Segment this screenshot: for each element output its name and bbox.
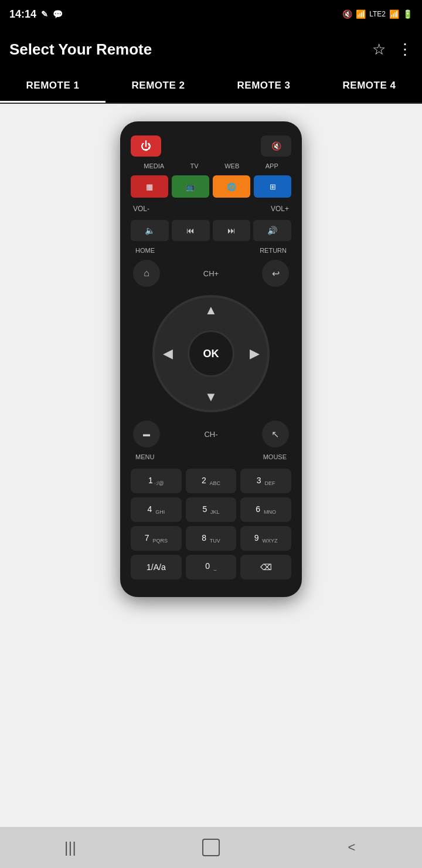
backspace-button[interactable]: ⌫ [240,555,291,579]
tab-remote4[interactable]: REMOTE 4 [316,70,422,103]
num-0-button[interactable]: 0 ⌣ [186,555,237,579]
prev-button[interactable]: ⏮ [172,220,210,241]
num-3-button[interactable]: 3 DEF [240,469,291,493]
vol-up-icon: 🔊 [267,226,277,235]
back-nav-icon: < [348,840,356,855]
mute-button[interactable]: 🔇 [261,135,291,157]
num-5-button[interactable]: 5 JKL [186,497,237,522]
menu-mouse-labels: MENU MOUSE [131,453,291,460]
app-icon: ⊞ [270,182,276,191]
media-button[interactable]: ▦ [131,175,168,198]
dpad-down-button[interactable]: ▼ [199,385,223,409]
wifi-icon: 📶 [356,9,366,19]
vol-labels-row: VOL- VOL+ [131,204,291,214]
main-content: ⏻ 🔇 MEDIA TV WEB APP ▦ 📺 🌐 ⊞ [0,104,422,827]
source-labels: MEDIA TV WEB APP [131,162,291,169]
home-icon: ⌂ [144,268,149,279]
ch-minus-label: CH- [204,430,217,439]
num-2-button[interactable]: 2 ABC [186,469,237,493]
mouse-label: MOUSE [263,453,287,460]
power-mute-row: ⏻ 🔇 [131,135,291,157]
tab-remote3[interactable]: REMOTE 3 [211,70,316,103]
menu-icon: ▬ [143,430,150,438]
web-button[interactable]: 🌐 [213,175,250,198]
media-controls-row: 🔈 ⏮ ⏭ 🔊 [131,220,291,241]
time-display: 14:14 [9,8,36,21]
num-8-button[interactable]: 8 TUV [186,526,237,551]
next-button[interactable]: ⏭ [213,220,251,241]
numpad-row-1: 1·:/@ 2 ABC 3 DEF [131,469,291,493]
ok-label: OK [203,348,219,360]
home-nav-button[interactable] [193,830,229,865]
back-nav-button[interactable]: < [334,830,369,865]
nav-top-row: ⌂ CH+ ↩ [131,260,291,287]
app-bar-actions: ☆ ⋮ [372,40,413,59]
mute-icon: 🔇 [271,141,281,151]
prev-icon: ⏮ [186,226,195,235]
num-7-button[interactable]: 7 PQRS [131,526,182,551]
return-icon: ↩ [272,268,280,279]
ok-button[interactable]: OK [188,330,234,377]
return-button[interactable]: ↩ [262,260,289,287]
media-icon: ▦ [146,182,153,191]
tv-button[interactable]: 📺 [172,175,209,198]
app-label: APP [266,162,278,169]
down-arrow-icon: ▼ [205,389,217,405]
right-arrow-icon: ▶ [250,346,260,361]
app-bar: Select Your Remote ☆ ⋮ [0,28,422,70]
web-label: WEB [224,162,239,169]
ch-plus-label: CH+ [203,269,219,278]
source-buttons-row: ▦ 📺 🌐 ⊞ [131,175,291,198]
num-6-button[interactable]: 6 MNO [240,497,291,522]
return-label: RETURN [260,247,287,254]
dpad-right-button[interactable]: ▶ [243,342,266,365]
tab-remote1[interactable]: REMOTE 1 [0,70,106,103]
tv-icon: 📺 [186,182,195,191]
mouse-icon: ↖ [271,429,279,440]
tab-remote2[interactable]: REMOTE 2 [106,70,211,103]
vol-up-button[interactable]: 🔊 [253,220,291,241]
recent-apps-button[interactable]: ||| [53,830,88,865]
chat-icon: 💬 [53,9,63,19]
home-return-labels: HOME RETURN [131,247,291,254]
media-label: MEDIA [144,162,164,169]
numpad-row-3: 7 PQRS 8 TUV 9 WXYZ [131,526,291,551]
next-icon: ⏭ [227,226,236,235]
numpad-row-2: 4 GHI 5 JKL 6 MNO [131,497,291,522]
vol-plus-label: VOL+ [271,205,289,213]
pen-icon: ✎ [41,9,48,19]
num-9-button[interactable]: 9 WXYZ [240,526,291,551]
dpad-up-button[interactable]: ▲ [199,299,223,322]
dpad-left-button[interactable]: ◀ [156,342,179,365]
bottom-nav: ||| < [0,827,422,868]
star-button[interactable]: ☆ [372,40,386,59]
power-button[interactable]: ⏻ [131,135,161,157]
battery-icon: 🔋 [403,9,413,19]
mute-icon: 🔇 [342,9,352,19]
remote-control: ⏻ 🔇 MEDIA TV WEB APP ▦ 📺 🌐 ⊞ [120,121,302,597]
vol-minus-label: VOL- [133,205,149,213]
signal-icon: 📶 [389,9,399,19]
home-nav-icon [202,839,220,856]
status-bar: 14:14 ✎ 💬 🔇 📶 LTE2 📶 🔋 [0,0,422,28]
dpad: ▲ ▼ ◀ ▶ OK [152,295,270,412]
vol-down-icon: 🔈 [145,226,155,235]
numpad-row-4: 1/A/a 0 ⌣ ⌫ [131,555,291,579]
numpad: 1·:/@ 2 ABC 3 DEF 4 GHI 5 JKL 6 MNO [131,469,291,579]
app-button[interactable]: ⊞ [254,175,291,198]
mouse-button[interactable]: ↖ [262,421,289,447]
menu-button[interactable]: ▬ [133,421,160,447]
app-bar-title: Select Your Remote [9,40,152,59]
more-button[interactable]: ⋮ [397,40,413,59]
vol-down-button[interactable]: 🔈 [131,220,169,241]
nav-bottom-row: ▬ CH- ↖ [131,421,291,447]
tv-label: TV [190,162,199,169]
num-4-button[interactable]: 4 GHI [131,497,182,522]
up-arrow-icon: ▲ [205,303,217,318]
num-1aa-button[interactable]: 1/A/a [131,555,182,579]
backspace-icon: ⌫ [260,562,272,572]
tab-bar: REMOTE 1 REMOTE 2 REMOTE 3 REMOTE 4 [0,70,422,104]
home-button[interactable]: ⌂ [133,260,160,287]
num-1-button[interactable]: 1·:/@ [131,469,182,493]
recent-apps-icon: ||| [64,839,76,857]
